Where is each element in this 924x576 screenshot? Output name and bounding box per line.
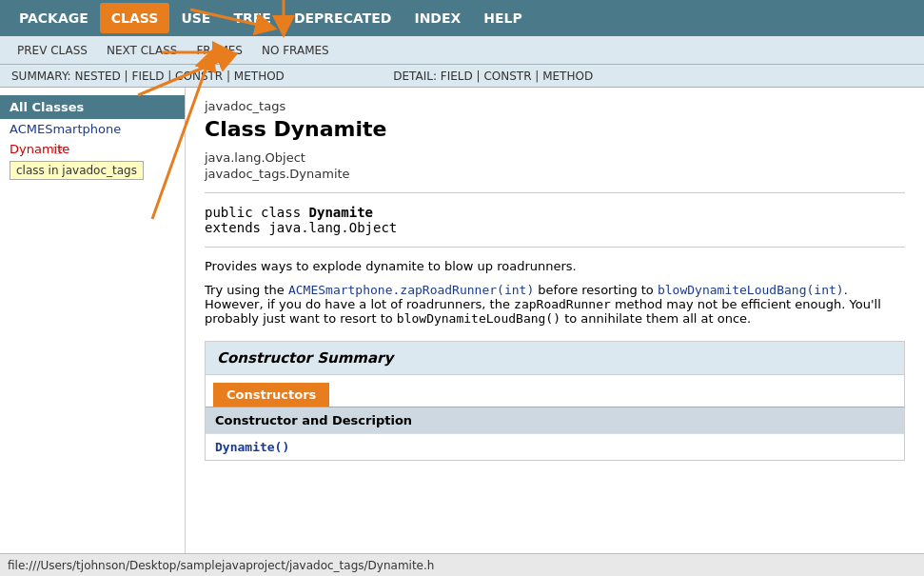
main-layout: All Classes ACMESmartphone Dynamite ☞ cl… xyxy=(0,88,924,553)
divider-2 xyxy=(205,247,905,248)
extends-declaration: extends java.lang.Object xyxy=(205,220,397,235)
constructor-summary-title: Constructor Summary xyxy=(206,342,904,375)
inheritance-java: java.lang.Object xyxy=(205,150,905,165)
divider-1 xyxy=(205,192,905,193)
package-name: javadoc_tags xyxy=(205,99,905,113)
sidebar-link-acmesmartphone[interactable]: ACMESmartphone xyxy=(0,119,185,139)
description-2: Try using the ACMESmartphone.zapRoadRunn… xyxy=(205,283,905,326)
summary-bar: SUMMARY: NESTED | FIELD | CONSTR | METHO… xyxy=(0,65,924,88)
nav-use[interactable]: USE xyxy=(169,3,222,33)
nav-deprecated[interactable]: DEPRECATED xyxy=(283,3,403,33)
nav-index[interactable]: INDEX xyxy=(403,3,472,33)
status-bar: file:///Users/tjohnson/Desktop/samplejav… xyxy=(0,553,924,576)
top-nav-bar: PACKAGE CLASS USE TREE DEPRECATED INDEX … xyxy=(0,0,924,36)
sidebar: All Classes ACMESmartphone Dynamite ☞ cl… xyxy=(0,88,186,553)
sidebar-link-dynamite[interactable]: Dynamite xyxy=(0,139,185,159)
table-header-text: Constructor and Description xyxy=(215,413,412,427)
constructor-link-dynamite[interactable]: Dynamite() xyxy=(215,440,289,454)
summary-text: SUMMARY: NESTED | FIELD | CONSTR | METHO… xyxy=(11,70,285,83)
inheritance-dynamite: javadoc_tags.Dynamite xyxy=(205,167,905,181)
table-header-row: Constructor and Description xyxy=(206,407,904,433)
nav-no-frames[interactable]: NO FRAMES xyxy=(252,40,339,61)
desc2-mid: before resorting to xyxy=(534,283,658,297)
status-text: file:///Users/tjohnson/Desktop/samplejav… xyxy=(8,559,434,572)
constructor-row: Dynamite() xyxy=(206,433,904,460)
desc2-start: Try using the xyxy=(205,283,288,297)
nav-frames[interactable]: FRAMES xyxy=(187,40,252,61)
nav-package[interactable]: PACKAGE xyxy=(8,3,100,33)
keyword-public: public class xyxy=(205,205,309,220)
class-title: Class Dynamite xyxy=(205,117,905,141)
link-blowDynamite[interactable]: blowDynamiteLoudBang(int) xyxy=(658,283,844,297)
constructors-tab[interactable]: Constructors xyxy=(213,383,329,407)
nav-tree[interactable]: TREE xyxy=(222,3,282,33)
link-zapRoadRunner[interactable]: ACMESmartphone.zapRoadRunner(int) xyxy=(288,283,534,297)
desc2-end3: to annihilate them all at once. xyxy=(560,311,751,326)
constructor-summary-section: Constructor Summary Constructors Constru… xyxy=(205,341,905,461)
nav-next-class[interactable]: NEXT CLASS xyxy=(97,40,187,61)
second-nav-bar: PREV CLASS NEXT CLASS FRAMES NO FRAMES xyxy=(0,36,924,65)
sidebar-title: All Classes xyxy=(0,95,185,119)
main-content: javadoc_tags Class Dynamite java.lang.Ob… xyxy=(186,88,924,553)
nav-class[interactable]: CLASS xyxy=(100,3,170,33)
inline-blowDynamiteLoudBang: blowDynamiteLoudBang() xyxy=(397,311,560,326)
nav-prev-class[interactable]: PREV CLASS xyxy=(8,40,97,61)
inline-zapRoadRunner: zapRoadRunner xyxy=(514,297,611,311)
class-declaration: public class Dynamite extends java.lang.… xyxy=(205,205,905,235)
classname-dynamite: Dynamite xyxy=(309,205,373,220)
sidebar-tooltip: class in javadoc_tags xyxy=(10,161,144,180)
nav-help[interactable]: HELP xyxy=(472,3,533,33)
detail-text: DETAIL: FIELD | CONSTR | METHOD xyxy=(393,70,593,83)
description-1: Provides ways to explode dynamite to blo… xyxy=(205,259,905,273)
